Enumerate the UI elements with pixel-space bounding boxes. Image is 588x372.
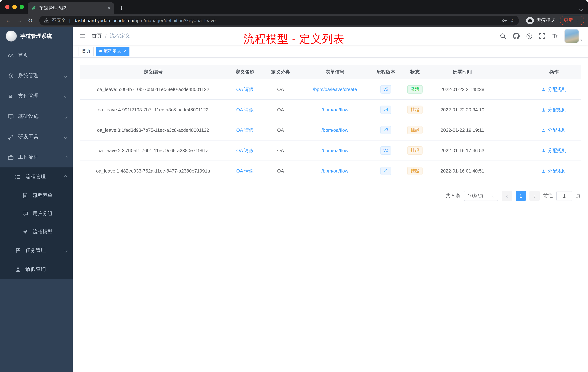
address-bar[interactable]: 不安全 | dashboard.yudao.iocoder.cn/bpm/man… [39, 15, 519, 25]
bookmark-star-icon[interactable]: ☆ [510, 17, 514, 24]
cell-form: /bpm/oa/flow [297, 120, 372, 140]
page-size-select[interactable]: 10条/页 [464, 191, 498, 201]
cell-version: v1 [372, 161, 399, 181]
form-link[interactable]: /bpm/oa/flow [321, 148, 348, 153]
reload-button[interactable]: ↻ [25, 17, 35, 24]
avatar-image [564, 29, 579, 43]
person-icon [541, 87, 546, 92]
sidebar-item-system[interactable]: 系统管理 [0, 66, 73, 86]
sidebar: 芋道管理系统 首页系统管理¥支付管理基础设施研发工具工作流程流程管理流程表单用户… [0, 27, 73, 372]
tools-icon [7, 134, 14, 140]
user-icon [15, 266, 21, 273]
assign-rule-link[interactable]: 分配规则 [541, 168, 567, 174]
name-link[interactable]: OA 请假 [236, 147, 253, 154]
breadcrumb-home[interactable]: 首页 [92, 33, 102, 39]
column-header-deployed: 部署时间 [430, 65, 494, 79]
status-badge: 挂起 [407, 146, 422, 155]
browser-menu-icon[interactable]: ⋮ [576, 18, 580, 23]
sidebar-item-workflow[interactable]: 工作流程 [0, 147, 73, 167]
sidebar-item-process-model[interactable]: 流程模型 [0, 223, 73, 241]
app-logo[interactable]: 芋道管理系统 [0, 27, 73, 45]
assign-rule-label: 分配规则 [548, 107, 567, 113]
tag-close-icon[interactable]: × [123, 49, 126, 54]
person-icon [541, 128, 546, 132]
forward-button[interactable]: → [15, 17, 24, 24]
sidebar-item-home[interactable]: 首页 [0, 45, 73, 66]
name-link[interactable]: OA 请假 [236, 107, 253, 113]
fullscreen-icon[interactable] [539, 33, 546, 39]
incognito-icon [526, 17, 534, 24]
cell-id: oa_leave:2:3c1f0ef1-76b1-11ec-9c66-a2380… [80, 141, 226, 161]
table-header-row: 定义编号定义名称定义分类表单信息流程版本状态部署时间操作 [80, 65, 581, 79]
github-icon[interactable] [513, 33, 520, 39]
chevron-down-icon [64, 94, 67, 98]
browser-window: 芋道管理系统 × + ← → ↻ 不安全 | dashboard.yudao.i… [0, 0, 588, 372]
help-question-icon[interactable]: ? [526, 33, 532, 39]
sidebar-item-devtools[interactable]: 研发工具 [0, 127, 73, 147]
sidebar-item-label: 流程表单 [33, 192, 67, 199]
update-label: 更新 [564, 17, 573, 24]
cell-id: oa_leave:1:482ec033-762a-11ec-8477-a2380… [80, 161, 226, 181]
sidebar-item-process-management[interactable]: 流程管理 [0, 167, 73, 186]
url-domain: dashboard.yudao.iocoder.cn [74, 18, 133, 23]
chevron-down-icon [64, 135, 67, 139]
cell-category: OA [264, 161, 297, 181]
version-badge: v1 [380, 167, 391, 175]
sidebar-item-task-management[interactable]: 任务管理 [0, 241, 73, 260]
hamburger-icon[interactable] [79, 33, 86, 40]
user-avatar[interactable]: ▾ [564, 29, 582, 43]
search-icon[interactable] [500, 33, 506, 39]
cell-action: 分配规则 [527, 79, 581, 99]
assign-rule-link[interactable]: 分配规则 [541, 86, 567, 93]
minimize-window-button[interactable] [12, 5, 17, 9]
breadcrumb-separator: / [105, 33, 106, 39]
next-page-button[interactable]: › [529, 191, 540, 201]
tag-流程定义[interactable]: 流程定义× [96, 46, 129, 56]
table-row: oa_leave:2:3c1f0ef1-76b1-11ec-9c66-a2380… [80, 141, 581, 161]
top-navbar: 首页 / 流程定义 ? TT [73, 27, 588, 45]
form-link[interactable]: /bpm/oa/flow [321, 168, 348, 174]
tag-首页[interactable]: 首页 [79, 46, 94, 56]
close-window-button[interactable] [5, 5, 10, 9]
security-label: 不安全 [52, 17, 66, 24]
new-tab-button[interactable]: + [116, 3, 126, 13]
url-path: /bpm/manager/definition?key=oa_leave [133, 18, 216, 23]
assign-rule-link[interactable]: 分配规则 [541, 127, 567, 133]
cell-status: 挂起 [399, 141, 430, 161]
tag-active-dot [99, 50, 102, 52]
assign-rule-link[interactable]: 分配规则 [541, 107, 567, 113]
sidebar-item-label: 支付管理 [18, 93, 62, 99]
cell-deployed: 2022-01-22 19:19:11 [430, 120, 494, 140]
tab-search-icon[interactable] [580, 6, 582, 12]
cell-filler [494, 120, 527, 140]
page-number-current[interactable]: 1 [516, 191, 526, 201]
sidebar-item-label: 工作流程 [18, 154, 62, 161]
browser-tab[interactable]: 芋道管理系统 × [28, 2, 114, 14]
assign-rule-link[interactable]: 分配规则 [541, 147, 567, 154]
zoom-window-button[interactable] [20, 5, 24, 9]
form-link[interactable]: /bpm/oa/leave/create [313, 87, 357, 92]
name-link[interactable]: OA 请假 [236, 127, 253, 133]
browser-update-button[interactable]: 更新 ⋮ [560, 16, 584, 25]
name-link[interactable]: OA 请假 [236, 86, 253, 93]
sidebar-item-label: 用户分组 [33, 210, 67, 217]
font-size-icon[interactable]: TT [552, 33, 557, 39]
sidebar-item-leave-query[interactable]: 请假查询 [0, 260, 73, 279]
sidebar-item-payment[interactable]: ¥支付管理 [0, 86, 73, 106]
prev-page-button[interactable]: ‹ [502, 191, 512, 201]
back-button[interactable]: ← [4, 17, 13, 24]
tab-close-icon[interactable]: × [108, 5, 111, 11]
cell-id: oa_leave:4:991f2193-7b7f-11ec-a3c8-acde4… [80, 100, 226, 120]
password-key-icon[interactable] [501, 17, 507, 23]
sidebar-item-infrastructure[interactable]: 基础设施 [0, 106, 73, 127]
sidebar-item-process-form[interactable]: 流程表单 [0, 186, 73, 205]
name-link[interactable]: OA 请假 [236, 168, 253, 174]
navbar-actions: ? TT ▾ [500, 29, 582, 43]
form-link[interactable]: /bpm/oa/flow [321, 127, 348, 133]
form-link[interactable]: /bpm/oa/flow [321, 107, 348, 112]
cell-version: v5 [372, 79, 399, 99]
chevron-down-icon [64, 74, 67, 77]
url-separator: | [69, 18, 70, 23]
goto-page-input[interactable] [556, 191, 572, 201]
sidebar-item-user-group[interactable]: 用户分组 [0, 205, 73, 223]
